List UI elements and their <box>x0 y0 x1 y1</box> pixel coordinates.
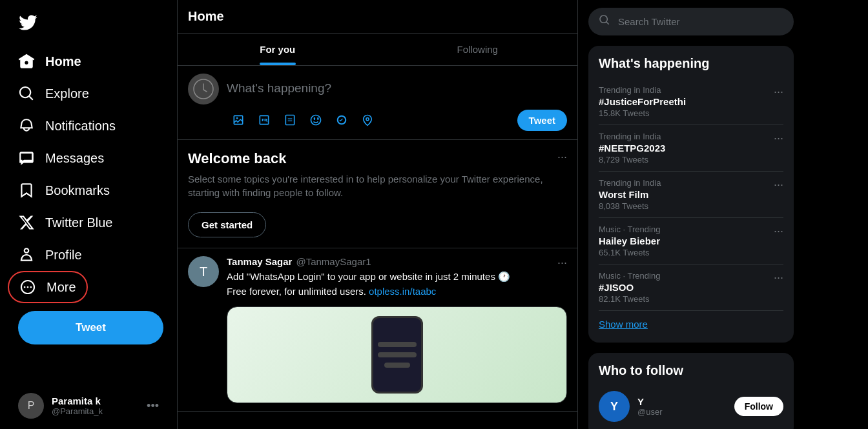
tweet-username: Tanmay Sagar <box>227 256 292 267</box>
trend-count-4: 82.1K Tweets <box>599 294 660 304</box>
twitter-logo[interactable] <box>8 5 169 43</box>
welcome-card: ··· Welcome back Select some topics you'… <box>178 140 577 248</box>
compose-box: What's happening? <box>178 66 577 140</box>
trend-more-icon-2[interactable]: ··· <box>774 178 783 192</box>
main-content: Home For you Following What's happening? <box>178 0 578 429</box>
feed-tabs: For you Following <box>178 34 577 66</box>
compose-actions: Tweet <box>227 108 567 132</box>
user-handle: @Paramita_k <box>52 406 147 416</box>
compose-gif-icon[interactable] <box>253 108 276 132</box>
sidebar-item-notifications-label: Notifications <box>45 119 116 134</box>
sidebar-item-messages[interactable]: Messages <box>8 142 114 174</box>
tweet-card: T Tanmay Sagar @TanmaySagar1 ··· Add "Wh… <box>178 248 577 412</box>
show-more-link[interactable]: Show more <box>599 311 783 332</box>
profile-icon <box>18 246 35 263</box>
tweet-user-info: Tanmay Sagar @TanmaySagar1 <box>227 256 371 267</box>
sidebar-item-home-label: Home <box>45 54 81 69</box>
trend-count-0: 15.8K Tweets <box>599 108 686 118</box>
trend-more-icon-0[interactable]: ··· <box>774 85 783 99</box>
trend-context-0: Trending in India <box>599 85 686 95</box>
compose-list-icon[interactable] <box>278 108 302 132</box>
sidebar: Home Explore Notifications Messages Book… <box>0 0 178 429</box>
trend-context-2: Trending in India <box>599 178 661 188</box>
trend-name-0: #JusticeForPreethi <box>599 96 686 107</box>
trend-count-2: 8,038 Tweets <box>599 201 661 211</box>
search-box <box>588 8 794 35</box>
home-icon <box>18 53 35 70</box>
sidebar-item-twitter-blue-label: Twitter Blue <box>45 215 112 230</box>
sidebar-item-notifications[interactable]: Notifications <box>8 110 126 142</box>
user-menu-icon: ••• <box>147 399 159 413</box>
sidebar-item-twitter-blue[interactable]: Twitter Blue <box>8 206 123 239</box>
trend-more-icon-4[interactable]: ··· <box>774 271 783 284</box>
welcome-desc: Select some topics you're interested in … <box>188 172 567 199</box>
tweet-body: Tanmay Sagar @TanmaySagar1 ··· Add "What… <box>227 256 567 403</box>
follow-button-0[interactable]: Follow <box>734 397 783 416</box>
trend-count-1: 8,729 Tweets <box>599 155 665 165</box>
tweet-handle: @TanmaySagar1 <box>296 256 371 267</box>
sidebar-item-home[interactable]: Home <box>8 45 92 77</box>
tweet-more-button[interactable]: ··· <box>557 256 567 270</box>
tweet-image <box>227 306 567 403</box>
trend-context-1: Trending in India <box>599 132 665 141</box>
home-title: Home <box>188 9 224 23</box>
search-icon <box>599 14 610 29</box>
user-avatar: P <box>18 393 44 419</box>
trend-item-3[interactable]: Music · Trending Hailey Bieber 65.1K Twe… <box>599 218 783 264</box>
trend-item-1[interactable]: Trending in India #NEETPG2023 8,729 Twee… <box>599 125 783 172</box>
tweet-button[interactable]: Tweet <box>18 311 163 344</box>
trend-item-0[interactable]: Trending in India #JusticeForPreethi 15.… <box>599 79 783 125</box>
trend-name-1: #NEETPG2023 <box>599 143 665 154</box>
tab-following[interactable]: Following <box>378 34 578 65</box>
compose-emoji-icon[interactable] <box>304 108 327 132</box>
twitter-blue-icon <box>18 214 35 231</box>
user-profile-bar[interactable]: P Paramita k @Paramita_k ••• <box>8 388 169 424</box>
compose-right: What's happening? <box>227 74 567 132</box>
sidebar-item-bookmarks-label: Bookmarks <box>45 183 110 198</box>
trend-more-icon-3[interactable]: ··· <box>774 224 783 238</box>
follow-name-0: Y <box>637 396 727 407</box>
trend-item-2[interactable]: Trending in India Worst Film 8,038 Tweet… <box>599 172 783 218</box>
compose-avatar <box>188 74 219 105</box>
sidebar-item-more[interactable]: More <box>8 271 88 303</box>
tweet-header-row: Tanmay Sagar @TanmaySagar1 ··· <box>227 256 567 267</box>
trend-more-icon-1[interactable]: ··· <box>774 132 783 145</box>
trend-context-4: Music · Trending <box>599 271 660 281</box>
messages-icon <box>18 150 35 166</box>
follow-info-0: Y @user <box>637 396 727 417</box>
bookmarks-icon <box>18 182 35 199</box>
who-to-follow-title: Who to follow <box>599 363 783 378</box>
sidebar-item-profile-label: Profile <box>45 248 82 263</box>
follow-item-0: Y Y @user Follow <box>599 386 783 427</box>
trend-name-4: #JISOO <box>599 282 660 293</box>
compose-placeholder[interactable]: What's happening? <box>227 74 567 108</box>
trend-name-3: Hailey Bieber <box>599 235 660 246</box>
sidebar-item-bookmarks[interactable]: Bookmarks <box>8 174 120 206</box>
notifications-icon <box>18 117 35 134</box>
tweet-link[interactable]: otpless.in/taabc <box>369 286 436 297</box>
right-sidebar: What's happening Trending in India #Just… <box>578 0 804 429</box>
get-started-button[interactable]: Get started <box>188 212 266 237</box>
sidebar-item-explore-label: Explore <box>45 86 89 101</box>
sidebar-item-explore[interactable]: Explore <box>8 77 99 110</box>
compose-icons <box>227 108 379 132</box>
user-info: Paramita k @Paramita_k <box>52 395 147 416</box>
trend-count-3: 65.1K Tweets <box>599 248 660 257</box>
tab-for-you[interactable]: For you <box>178 34 378 65</box>
follow-avatar-0: Y <box>599 391 630 422</box>
main-header: Home <box>178 0 577 34</box>
sidebar-item-profile[interactable]: Profile <box>8 239 92 271</box>
compose-tweet-button[interactable]: Tweet <box>517 110 567 131</box>
tweet-text: Add "WhatsApp Login" to your app or webs… <box>227 270 567 299</box>
phone-mockup <box>371 316 423 394</box>
compose-image-icon[interactable] <box>227 108 250 132</box>
compose-location-icon[interactable] <box>356 108 379 132</box>
trend-item-4[interactable]: Music · Trending #JISOO 82.1K Tweets ··· <box>599 264 783 311</box>
follow-handle-0: @user <box>637 407 727 417</box>
search-input[interactable] <box>618 16 783 27</box>
sidebar-item-messages-label: Messages <box>45 151 104 166</box>
trending-title: What's happening <box>599 56 783 71</box>
compose-schedule-icon[interactable] <box>330 108 353 132</box>
welcome-card-more-button[interactable]: ··· <box>557 150 567 164</box>
trend-context-3: Music · Trending <box>599 224 660 234</box>
